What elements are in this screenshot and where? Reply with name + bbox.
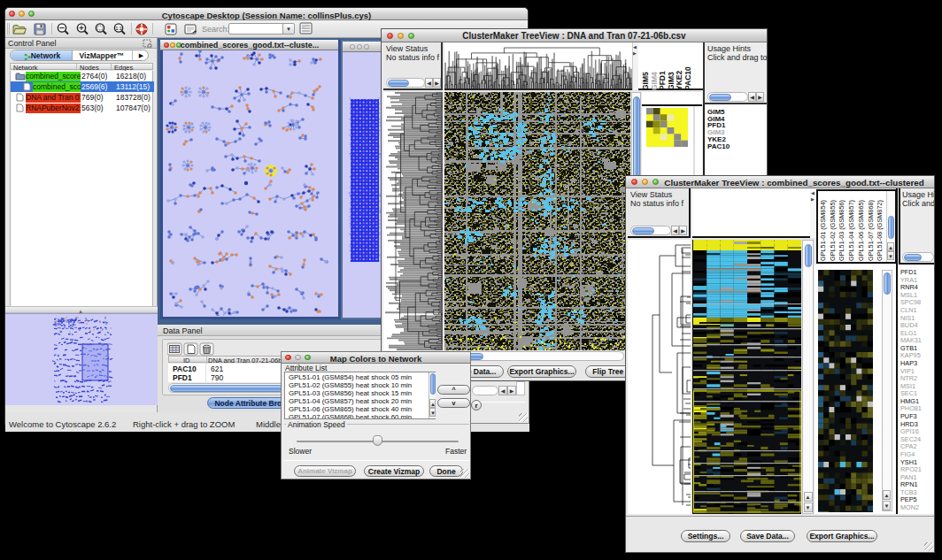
svg-text:GPL51-04 (GSM857): GPL51-04 (GSM857) (847, 200, 855, 261)
svg-text:GPL51-02 (GSM855): GPL51-02 (GSM855) (829, 200, 837, 261)
svg-text:1:1: 1:1 (116, 26, 122, 31)
svg-text:GPL51-08 (GSM872): GPL51-08 (GSM872) (876, 200, 884, 261)
svg-text:GPL51-03 (GSM856): GPL51-03 (GSM856) (838, 200, 845, 261)
svg-text:GPL51-07 (GSM868): GPL51-07 (GSM868) (867, 200, 875, 261)
svg-text:GPL51-06 (GSM865): GPL51-06 (GSM865) (857, 200, 865, 261)
svg-text:GPL51-01 (GSM854): GPL51-01 (GSM854) (819, 200, 827, 261)
